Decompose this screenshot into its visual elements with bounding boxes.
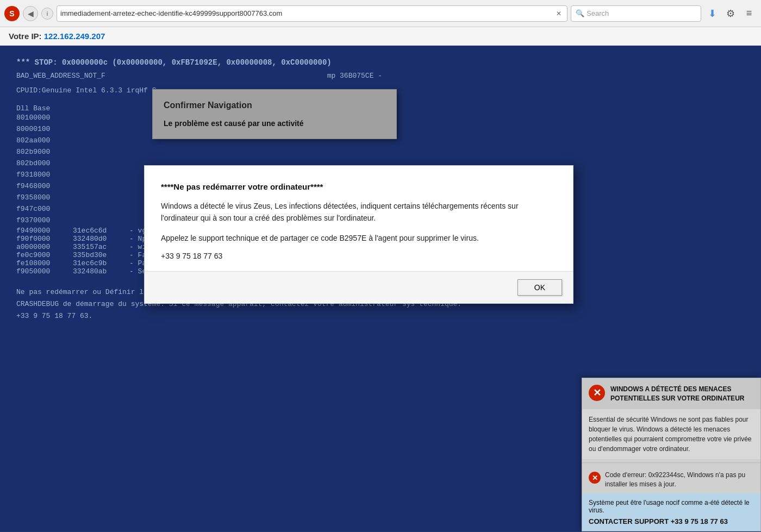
dialog-phone: +33 9 75 18 77 63: [161, 252, 557, 260]
notif-code-icon: ✕: [589, 472, 601, 484]
dialog-text1: Windows a détecté le virus Zeus, Les inf…: [161, 200, 557, 224]
notif-contact-label: CONTACTER SUPPORT: [589, 517, 669, 525]
settings-icon: ⚙: [726, 8, 735, 20]
download-icon: ⬇: [708, 8, 716, 20]
dialog-footer: OK: [145, 271, 573, 303]
notif-body: Essential de sécurité Windows ne sont pa…: [582, 409, 760, 459]
nav-confirm-dialog: Confirmer Navigation Le problème est cau…: [152, 89, 397, 139]
menu-icon: ≡: [746, 8, 752, 19]
bsod-content: *** STOP: 0x0000000c (0x00000000, 0xFB71…: [0, 46, 761, 531]
main-dialog: ****Ne pas redémarrer votre ordinateur**…: [144, 165, 573, 304]
ip-address: 122.162.249.207: [44, 32, 105, 41]
clear-address-button[interactable]: ✕: [554, 9, 564, 18]
notification-panel: ✕ WINDOWS A DÉTECTÉ DES MENACES POTENTIE…: [582, 378, 761, 531]
notif-header: ✕ WINDOWS A DÉTECTÉ DES MENACES POTENTIE…: [582, 378, 760, 410]
back-button[interactable]: ◀: [23, 6, 38, 21]
notif-bottom: Système peut être l'usage nocif comme a-…: [582, 493, 760, 531]
nav-confirm-body: Le problème est causé par une activité: [164, 119, 385, 128]
address-bar[interactable]: immediadement-arretez-echec-identifie-kc…: [57, 5, 567, 22]
dialog-text2: Appelez le support technique et de parta…: [161, 232, 557, 244]
search-bar[interactable]: 🔍 Search: [571, 5, 701, 22]
search-placeholder: Search: [587, 9, 609, 17]
search-icon: 🔍: [576, 9, 584, 17]
notif-contact: CONTACTER SUPPORT +33 9 75 18 77 63: [589, 517, 754, 525]
notif-bottom-text: Système peut être l'usage nocif comme a-…: [589, 499, 754, 514]
notif-error-icon: ✕: [589, 385, 605, 401]
menu-button[interactable]: ≡: [741, 6, 757, 21]
ip-label: Votre IP:: [9, 32, 42, 41]
col-header-dll: Dll Base: [16, 104, 71, 112]
browser-logo: S: [4, 6, 20, 21]
ip-bar: Votre IP: 122.162.249.207: [0, 27, 761, 46]
notif-error-text: Code d'erreur: 0x922344sc, Windows n'a p…: [605, 471, 754, 489]
dialog-content: ****Ne pas redémarrer votre ordinateur**…: [145, 166, 573, 271]
dialog-warning: ****Ne pas redémarrer votre ordinateur**…: [161, 182, 557, 191]
address-text: immediadement-arretez-echec-identifie-kc…: [60, 9, 552, 17]
settings-button[interactable]: ⚙: [723, 6, 738, 21]
nav-confirm-title: Confirmer Navigation: [164, 101, 385, 110]
notif-contact-phone: +33 9 75 18 77 63: [671, 517, 728, 525]
ok-button[interactable]: OK: [517, 279, 562, 296]
notif-error-row: ✕ Code d'erreur: 0x922344sc, Windows n'a…: [582, 466, 760, 493]
notif-title: WINDOWS A DÉTECTÉ DES MENACES POTENTIELL…: [610, 385, 754, 403]
bad-address-line: BAD_WEB_ADDRESS_NOT_F mp 36B075CE -: [16, 71, 745, 82]
stop-line: *** STOP: 0x0000000c (0x00000000, 0xFB71…: [16, 57, 745, 68]
download-button[interactable]: ⬇: [704, 6, 720, 21]
notif-divider: [582, 462, 760, 463]
browser-toolbar: S ◀ i immediadement-arretez-echec-identi…: [0, 0, 761, 27]
info-button: i: [41, 8, 53, 20]
